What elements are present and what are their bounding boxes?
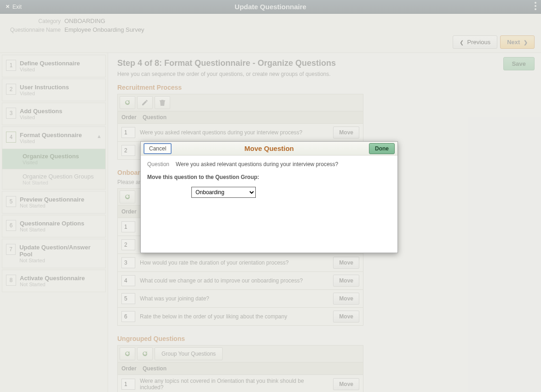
cancel-button[interactable]: Cancel xyxy=(144,143,172,154)
move-question-dialog: Cancel Move Question Done Question Were … xyxy=(140,141,398,253)
dialog-move-prompt: Move this question to the Question Group… xyxy=(147,174,259,180)
dialog-question-label: Question xyxy=(147,161,174,167)
done-button[interactable]: Done xyxy=(369,143,395,154)
dialog-question-text: Were you asked relevant questions during… xyxy=(176,161,338,167)
question-group-select[interactable]: Onboarding xyxy=(191,187,256,198)
dialog-title: Move Question xyxy=(141,144,397,152)
